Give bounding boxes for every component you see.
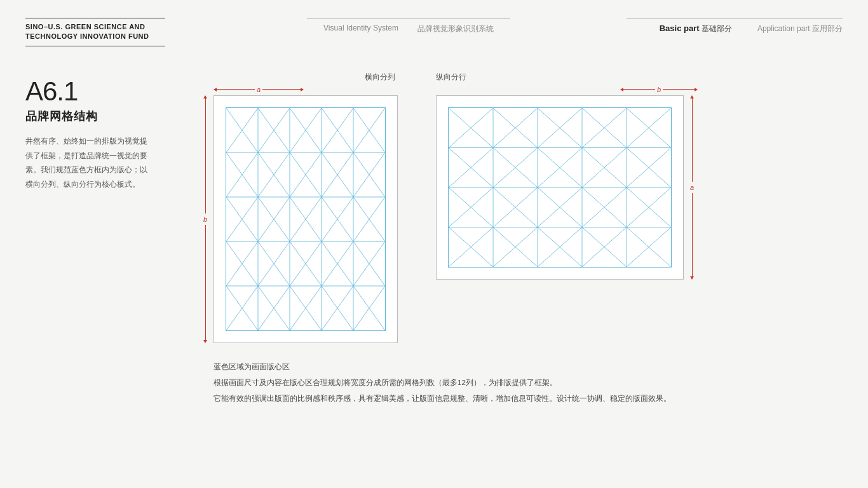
bottom-line2: 根据画面尺寸及内容在版心区合理规划将宽度分成所需的网格列数（最多12列），为排版… xyxy=(214,376,843,390)
landscape-diagram-container: 纵向分行 b xyxy=(436,72,700,280)
header-vi-titles: Visual Identity System 品牌视觉形象识别系统 xyxy=(323,24,494,34)
landscape-blue-box xyxy=(448,107,672,268)
header-right-titles: Basic part 基础部分 Application part 应用部分 xyxy=(660,24,843,34)
section-title: 品牌网格结构 xyxy=(25,109,178,124)
logo-text: SINO–U.S. GREEN SCIENCE AND TECHNOLOGY I… xyxy=(25,22,191,42)
anno-a-label-landscape: a xyxy=(690,184,694,191)
anno-b-landscape-top: b xyxy=(436,85,700,94)
anno-b-portrait: b xyxy=(197,95,214,343)
left-panel: A6.1 品牌网格结构 井然有序、始终如一的排版为视觉提供了框架，是打造品牌统一… xyxy=(25,72,178,407)
bottom-line1: 蓝色区域为画面版心区 xyxy=(214,360,843,374)
diagram1-label: 横向分列 xyxy=(197,72,398,83)
vi-label: Visual Identity System xyxy=(323,24,398,34)
section-description: 井然有序、始终如一的排版为视觉提供了框架，是打造品牌统一视觉的要素。我们规范蓝色… xyxy=(25,134,153,192)
main-content: A6.1 品牌网格结构 井然有序、始终如一的排版为视觉提供了框架，是打造品牌统一… xyxy=(0,59,868,420)
diagram2-label: 纵向分行 xyxy=(436,72,700,83)
arrow-line-a2-portrait xyxy=(262,89,301,90)
basic-part-label: Basic part 基础部分 xyxy=(660,24,732,34)
header: SINO–U.S. GREEN SCIENCE AND TECHNOLOGY I… xyxy=(0,0,868,59)
logo-area: SINO–U.S. GREEN SCIENCE AND TECHNOLOGY I… xyxy=(25,18,191,46)
arrow-vline-a1-landscape xyxy=(692,98,693,182)
arrow-right-portrait xyxy=(301,88,304,92)
bottom-text-area: 蓝色区域为画面版心区 根据画面尺寸及内容在版心区合理规划将宽度分成所需的网格列数… xyxy=(197,360,843,407)
header-center-line xyxy=(307,18,510,18)
arrow-line-b1-landscape xyxy=(623,89,655,90)
arrow-down-portrait xyxy=(203,340,207,343)
logo-bottom-line xyxy=(25,46,165,46)
diagrams-row: 横向分列 a b xyxy=(197,72,843,343)
application-part-label: Application part 应用部分 xyxy=(757,24,843,34)
anno-a-label-portrait: a xyxy=(257,86,261,93)
arrow-line-a-portrait xyxy=(217,89,255,90)
arrow-right-landscape xyxy=(695,88,698,92)
header-right-line xyxy=(627,18,843,18)
arrow-vline-b2-portrait xyxy=(205,225,206,340)
portrait-grid-svg xyxy=(226,108,385,330)
section-number: A6.1 xyxy=(25,78,178,105)
header-center: Visual Identity System 品牌视觉形象识别系统 xyxy=(191,18,627,34)
anno-b-label-portrait: b xyxy=(203,215,207,223)
landscape-grid-svg xyxy=(449,108,671,267)
arrow-down-landscape xyxy=(690,276,694,280)
cn-label: 品牌视觉形象识别系统 xyxy=(417,24,494,34)
logo-top-line xyxy=(25,18,165,18)
portrait-diagram-container: 横向分列 a b xyxy=(197,72,398,343)
landscape-grid-outer xyxy=(436,95,684,280)
anno-b-label-landscape: b xyxy=(657,86,661,93)
diagrams-area: 横向分列 a b xyxy=(197,72,843,407)
header-right: Basic part 基础部分 Application part 应用部分 xyxy=(627,18,843,34)
arrow-vline-a2-landscape xyxy=(692,193,693,276)
arrow-vline-b-portrait xyxy=(205,98,206,214)
anno-a-landscape: a xyxy=(684,95,700,280)
landscape-inner: a xyxy=(436,95,700,280)
anno-a-portrait: a xyxy=(214,85,398,94)
portrait-blue-box xyxy=(226,107,386,331)
portrait-inner: b xyxy=(197,95,398,343)
arrow-line-b2-landscape xyxy=(663,89,695,90)
portrait-grid-outer xyxy=(214,95,398,343)
bottom-line3: 它能有效的强调出版面的比例感和秩序感，具有逻辑美感，让版面信息规整、清晰，增加信… xyxy=(214,391,843,406)
